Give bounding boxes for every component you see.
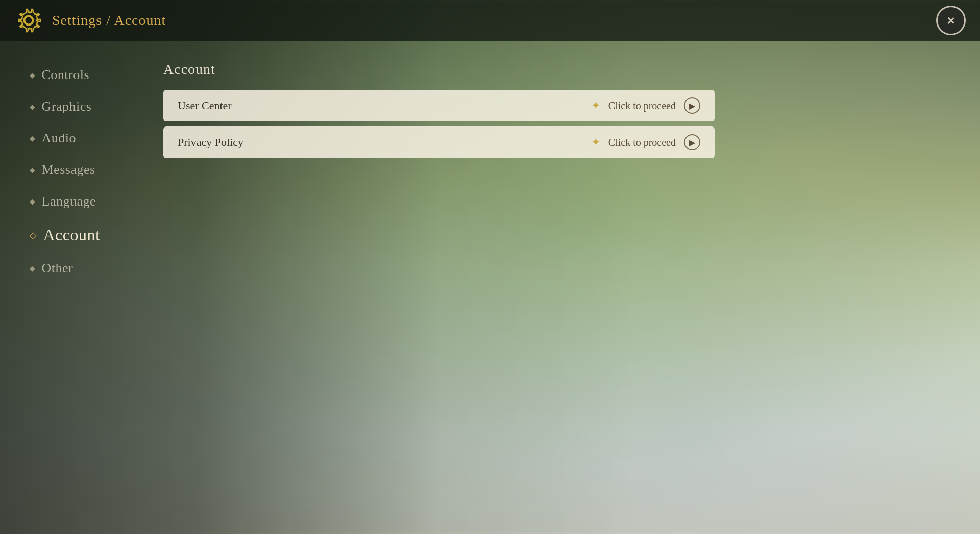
- sidebar-label-graphics: Graphics: [42, 99, 92, 114]
- svg-point-1: [24, 16, 33, 24]
- privacy-policy-proceed: Click to proceed: [608, 137, 676, 148]
- privacy-policy-right: ✦ Click to proceed ▶: [591, 134, 700, 150]
- diamond-icon-graphics: ◆: [30, 103, 36, 111]
- diamond-icon-audio: ◆: [30, 134, 36, 143]
- close-button[interactable]: ×: [936, 6, 966, 35]
- diamond-icon-language: ◆: [30, 197, 36, 206]
- sidebar-item-messages[interactable]: ◆ Messages: [26, 156, 128, 184]
- sidebar-item-audio[interactable]: ◆ Audio: [26, 124, 128, 152]
- sidebar-item-language[interactable]: ◆ Language: [26, 188, 128, 215]
- user-center-right: ✦ Click to proceed ▶: [591, 97, 700, 114]
- content-panel: Account User Center ✦ Click to proceed ▶…: [143, 41, 980, 534]
- diamond-icon-controls: ◆: [30, 71, 36, 80]
- sidebar-label-account: Account: [43, 225, 101, 244]
- user-center-label: User Center: [178, 99, 232, 112]
- section-title: Account: [163, 61, 949, 78]
- privacy-policy-label: Privacy Policy: [178, 136, 243, 149]
- sidebar-item-graphics[interactable]: ◆ Graphics: [26, 93, 128, 120]
- diamond-decoration-2: ✦: [591, 136, 600, 149]
- sidebar-label-audio: Audio: [42, 131, 77, 146]
- sidebar-item-controls[interactable]: ◆ Controls: [26, 61, 128, 89]
- diamond-decoration-1: ✦: [591, 99, 600, 112]
- options-list: User Center ✦ Click to proceed ▶ Privacy…: [163, 90, 715, 158]
- diamond-icon-other: ◆: [30, 264, 36, 273]
- user-center-arrow: ▶: [684, 97, 700, 114]
- diamond-icon-messages: ◆: [30, 166, 36, 174]
- breadcrumb: Settings / Account: [52, 12, 166, 29]
- sidebar-item-account[interactable]: ◇ Account: [26, 219, 128, 250]
- diamond-icon-account: ◇: [30, 230, 37, 241]
- privacy-policy-arrow: ▶: [684, 134, 700, 150]
- header: Settings / Account ×: [0, 0, 980, 41]
- main-content: ◆ Controls ◆ Graphics ◆ Audio ◆ Messages…: [0, 41, 980, 534]
- sidebar-label-language: Language: [42, 194, 96, 209]
- sidebar: ◆ Controls ◆ Graphics ◆ Audio ◆ Messages…: [0, 41, 143, 534]
- gear-icon: [15, 7, 42, 34]
- sidebar-label-other: Other: [42, 261, 74, 276]
- sidebar-label-messages: Messages: [42, 162, 95, 177]
- user-center-row[interactable]: User Center ✦ Click to proceed ▶: [163, 90, 715, 121]
- user-center-proceed: Click to proceed: [608, 100, 676, 112]
- sidebar-item-other[interactable]: ◆ Other: [26, 255, 128, 282]
- privacy-policy-row[interactable]: Privacy Policy ✦ Click to proceed ▶: [163, 126, 715, 158]
- sidebar-label-controls: Controls: [42, 67, 90, 83]
